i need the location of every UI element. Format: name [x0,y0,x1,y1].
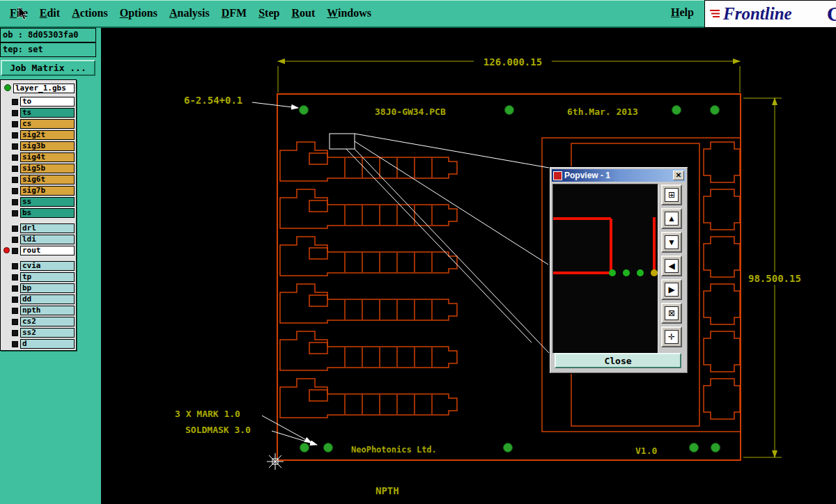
drawing-canvas[interactable]: 126.000.15 98.500.15 6-2.54+0.1 38J0-GW3… [101,28,836,504]
layer-toggle[interactable] [12,99,18,105]
menu-step[interactable]: Step [258,7,279,19]
origin-cursor-icon [267,453,284,470]
popview-window: Popview - 1 ✕ ⊞▲▼◀▶⊠✛ Close [549,166,688,374]
layer-name-label: sig5b [20,164,75,173]
layer-row-sig5b[interactable]: sig5b [2,163,75,174]
zoom-in-icon: ▲ [665,212,679,226]
layer-toggle[interactable] [12,263,18,269]
layer-row-sig7b[interactable]: sig7b [2,185,75,196]
popview-tool-zoom-window[interactable]: ⊞ [661,184,682,205]
annotation-arrows [252,102,317,445]
zoom-window-icon: ⊞ [665,188,679,202]
layer-row-cs[interactable]: cs [2,118,75,129]
layer-toggle[interactable] [12,132,18,139]
zoom-fit-icon: ⊠ [665,306,679,320]
layer-name-label: cs [20,119,75,129]
popview-window-icon [553,171,562,180]
logo-wordmark: Frontline [723,4,792,24]
layer-toggle[interactable] [12,297,18,303]
dim-width-label: 126.000.15 [483,56,542,68]
layer-toggle[interactable] [12,308,18,314]
layer-toggle[interactable] [12,341,18,347]
layer-row-sig2t[interactable]: sig2t [2,129,75,141]
layer-row-ss2[interactable]: ss2 [2,327,75,338]
layer-group-3: cviatpbpddnpthcs2ss2d [2,260,75,349]
popview-canvas[interactable] [552,184,658,354]
layer-toggle[interactable] [12,121,18,127]
menu-rout[interactable]: Rout [291,7,315,19]
green-active-indicator [4,84,11,91]
layer-toggle[interactable] [12,166,18,172]
layer-row-to[interactable]: to [2,96,75,107]
active-layer-row[interactable]: layer_1.gbs [2,82,75,94]
popview-tool-zoom-fit[interactable]: ⊠ [661,303,682,324]
layer-toggle[interactable] [12,274,18,281]
menu-edit[interactable]: Edit [40,7,60,19]
layer-toggle[interactable] [12,188,18,194]
layer-toggle[interactable] [12,285,18,292]
popview-tool-pan-right[interactable]: ▶ [661,279,682,300]
mouse-cursor-icon [18,7,29,21]
layer-row-tp[interactable]: tp [2,271,75,283]
popview-close-icon[interactable]: ✕ [673,171,684,180]
layer-name-label: ts [20,108,75,118]
layer-toggle[interactable] [12,226,18,232]
popview-close-button[interactable]: Close [555,353,681,368]
hole-note-label: 6-2.54+0.1 [184,95,242,106]
layer-row-bs[interactable]: bs [2,207,75,219]
job-matrix-button[interactable]: Job Matrix ... [1,60,95,76]
layer-group-1: totscssig2tsig3bsig4tsig5bsig6tsig7bssbs [2,96,75,219]
pcb-drawing: 126.000.15 98.500.15 6-2.54+0.1 38J0-GW3… [101,28,836,504]
menu-analysis[interactable]: Analysis [169,7,210,19]
layer-toggle[interactable] [12,319,18,325]
layer-row-d[interactable]: d [2,338,75,349]
layer-row-sig6t[interactable]: sig6t [2,174,75,185]
popview-tool-zoom-in[interactable]: ▲ [661,208,682,229]
layer-toggle[interactable] [12,210,18,216]
layer-row-sig4t[interactable]: sig4t [2,152,75,163]
layer-panel: layer_1.gbs totscssig2tsig3bsig4tsig5bsi… [0,79,77,351]
popview-traces [553,184,658,353]
layer-name-label: d [20,339,75,349]
layer-row-sig3b[interactable]: sig3b [2,141,75,152]
layer-row-rout[interactable]: rout [2,245,75,256]
layer-row-ldi[interactable]: ldi [2,234,75,245]
layer-row-dd[interactable]: dd [2,294,75,305]
layer-name-label: dd [20,294,75,304]
popview-titlebar[interactable]: Popview - 1 ✕ [552,169,686,182]
popview-tool-pan-move[interactable]: ✛ [661,326,682,347]
layer-name-label: to [20,97,75,107]
layer-row-cs2[interactable]: cs2 [2,316,75,327]
popview-tool-pan-left[interactable]: ◀ [661,255,682,276]
layer-name-label: ss2 [20,328,75,338]
menu-actions[interactable]: Actions [72,7,108,19]
layer-toggle[interactable] [12,330,18,336]
menu-options[interactable]: Options [120,7,157,19]
layer-name-label: sig6t [20,175,75,184]
layer-toggle[interactable] [12,237,18,243]
menu-windows[interactable]: Windows [327,7,371,19]
layer-toggle[interactable] [12,248,18,254]
layer-name-label: rout [20,246,75,255]
pan-right-icon: ▶ [665,283,679,297]
layer-row-npth[interactable]: npth [2,305,75,316]
layer-name-label: bs [20,208,75,218]
layer-row-ts[interactable]: ts [2,107,75,118]
board-date-label: 6th.Mar. 2013 [567,107,638,117]
step-name-label: tep: set [0,42,96,57]
layer-row-cvia[interactable]: cvia [2,260,75,271]
popview-tool-zoom-out[interactable]: ▼ [661,232,682,253]
zoom-out-icon: ▼ [665,235,679,249]
layer-toggle[interactable] [12,177,18,183]
menu-dfm[interactable]: DFM [222,7,247,19]
layer-toggle[interactable] [12,143,18,150]
layer-row-drl[interactable]: drl [2,223,75,234]
version-label: V1.0 [635,446,657,456]
layer-toggle[interactable] [12,110,18,116]
menu-help[interactable]: Help [671,6,694,19]
layer-row-bp[interactable]: bp [2,283,75,294]
layer-row-ss[interactable]: ss [2,196,75,207]
popview-title: Popview - 1 [564,171,671,180]
layer-toggle[interactable] [12,199,18,205]
layer-toggle[interactable] [12,155,18,161]
